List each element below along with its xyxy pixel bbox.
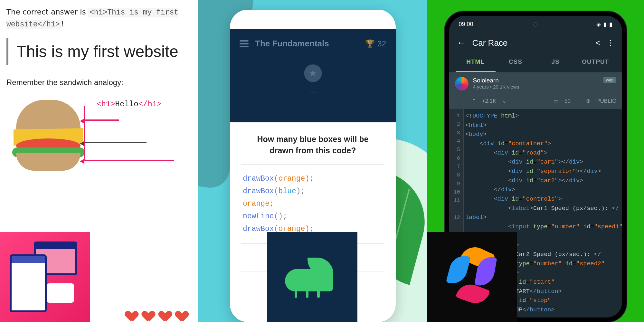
upvote-count: +2.1K <box>482 98 497 104</box>
project-info: Sololearn 4 years • 20.1K views web <box>449 72 622 95</box>
sololearn-swirl-icon <box>440 245 504 309</box>
tab-css[interactable]: CSS <box>496 52 535 72</box>
progress-dots: ⋮ <box>309 89 317 96</box>
project-badge: web <box>603 77 616 83</box>
tag-open: <h1> <box>97 100 115 109</box>
more-icon[interactable]: ⋮ <box>607 38 614 47</box>
trophy-icon: 🏆 <box>365 39 375 48</box>
remember-text: Remember the sandwich analogy: <box>6 78 191 87</box>
downvote-icon[interactable]: ⌄ <box>502 98 507 104</box>
phone-notch <box>516 22 555 27</box>
grasshopper-header: The Fundamentals 🏆 32 ★ ⋮ <box>230 29 396 122</box>
visibility-label: PUBLIC <box>596 98 616 104</box>
tab-html[interactable]: HTML <box>456 52 496 72</box>
tab-output[interactable]: OUTPUT <box>575 52 615 72</box>
heart-icon <box>176 307 188 319</box>
mimo-lesson-panel: The correct answer is <h1>This is my fir… <box>0 0 198 322</box>
tab-js[interactable]: JS <box>535 52 575 72</box>
globe-icon: ⊕ <box>586 98 591 104</box>
project-stats: ⌃ +2.1K ⌄ ▭ 50 ⊕ PUBLIC <box>449 95 622 109</box>
app-title: Car Race <box>472 38 589 48</box>
status-time: 09:00 <box>459 21 473 28</box>
star-badge-icon: ★ <box>304 64 322 82</box>
battery-icon: ▮ <box>609 21 612 28</box>
upvote-icon[interactable]: ⌃ <box>472 98 476 104</box>
diagram-code-label: <h1>Hello</h1> <box>97 100 162 109</box>
burger-illustration <box>6 100 90 174</box>
trophy-count: 32 <box>377 39 386 48</box>
grasshopper-panel: The Fundamentals 🏆 32 ★ ⋮ How many blue … <box>198 0 427 322</box>
heart-icon <box>142 307 155 319</box>
tag-content: Hello <box>115 100 138 109</box>
signal-icon: ▮ <box>603 21 607 28</box>
back-arrow-icon[interactable]: ← <box>457 38 466 48</box>
project-author: Sololearn <box>473 77 599 84</box>
sololearn-panel: 09:00 ◈ ▮ ▮ ← Car Race < ⋮ HTMLCSSJSOUTP… <box>427 0 644 322</box>
share-icon[interactable]: < <box>595 38 600 47</box>
heart-icon <box>126 307 138 319</box>
answer-prefix: The correct answer is <box>6 8 88 16</box>
grasshopper-icon <box>285 258 340 296</box>
answer-explanation: The correct answer is <h1>This is my fir… <box>6 6 191 30</box>
sololearn-logo-tile <box>427 232 517 322</box>
sandwich-diagram: <h1>Hello</h1> <box>6 100 191 180</box>
app-bar: ← Car Race < ⋮ <box>449 33 622 52</box>
tag-close: </h1> <box>138 100 162 109</box>
grasshopper-logo-tile <box>267 232 357 322</box>
editor-tabs: HTMLCSSJSOUTPUT <box>449 52 622 72</box>
quiz-question: How many blue boxes will be drawn from t… <box>241 132 384 165</box>
answer-suffix: ! <box>61 20 64 28</box>
speech-bubble-icon <box>47 283 74 303</box>
phone-icon <box>10 254 47 312</box>
project-meta: 4 years • 20.1K views <box>473 84 599 90</box>
trophy-counter[interactable]: 🏆 32 <box>365 39 386 48</box>
author-avatar[interactable] <box>455 77 469 90</box>
mimo-logo-tile <box>0 232 90 322</box>
comment-count: 50 <box>564 98 571 104</box>
heart-icon <box>159 307 171 319</box>
menu-icon[interactable] <box>240 40 249 47</box>
course-title: The Fundamentals <box>255 39 329 49</box>
comment-icon[interactable]: ▭ <box>554 98 559 104</box>
hearts-row <box>126 307 188 319</box>
heading-preview: This is my first website <box>6 38 191 65</box>
wifi-icon: ◈ <box>596 21 601 28</box>
